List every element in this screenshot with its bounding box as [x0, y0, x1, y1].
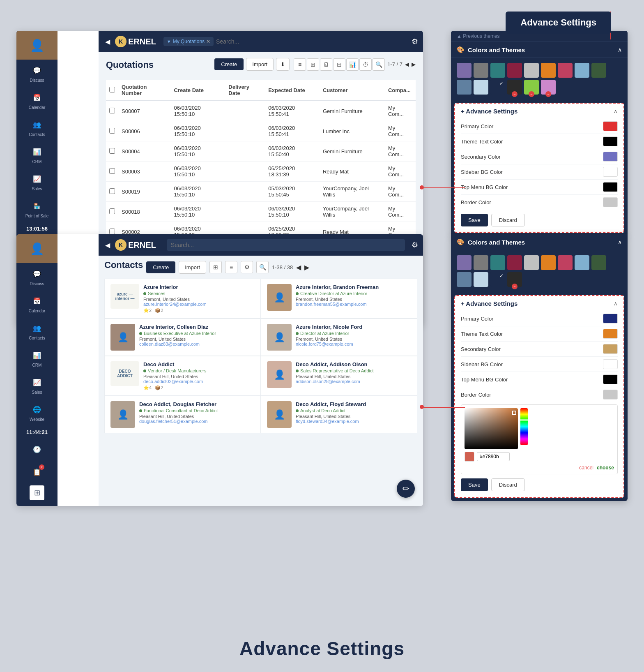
- contact-card[interactable]: DECO ADDICT Deco Addict Vendor / Desk Ma…: [104, 356, 261, 396]
- contact-email-1[interactable]: brandon.freeman55@example.com: [296, 302, 411, 307]
- zoom-button[interactable]: 🔍: [373, 58, 385, 71]
- sidebar2-website[interactable]: 🌐 Website: [16, 399, 58, 426]
- select-all-checkbox[interactable]: [109, 87, 115, 92]
- color-swatch-2-5[interactable]: [603, 390, 618, 400]
- row-checkbox-5[interactable]: [109, 208, 115, 214]
- swatch-1-5[interactable]: [541, 63, 556, 78]
- panel1-chevron[interactable]: ∧: [618, 46, 622, 53]
- sidebar2-reports[interactable]: 🕐: [16, 439, 58, 461]
- filter-icon[interactable]: ⚙: [412, 37, 418, 46]
- color-swatch-2-4[interactable]: [603, 374, 618, 384]
- quotation-num-2[interactable]: S00004: [118, 141, 171, 162]
- filter-icon-2[interactable]: ⚙: [412, 240, 418, 249]
- search-input-2[interactable]: [167, 239, 405, 251]
- adv-chevron-1[interactable]: ∧: [614, 108, 618, 114]
- contact-card[interactable]: 👤 Deco Addict, Addison Olson Sales Repre…: [261, 356, 417, 396]
- sidebar2-sales[interactable]: 📈 Sales: [16, 372, 58, 399]
- color-swatch-1-1[interactable]: [603, 136, 618, 146]
- nav-back[interactable]: ◀: [104, 38, 112, 46]
- swatch-1-9[interactable]: [457, 80, 472, 95]
- user-avatar-2[interactable]: 👤: [16, 234, 58, 263]
- swatch-1-10[interactable]: [474, 80, 488, 95]
- swatch-2-8[interactable]: [591, 255, 606, 270]
- contact-email-6[interactable]: douglas.fletcher51@example.com: [139, 419, 255, 424]
- swatch-remove-1-12[interactable]: −: [512, 91, 518, 97]
- swatch-1-8[interactable]: [591, 63, 606, 78]
- row-checkbox-3[interactable]: [109, 168, 115, 174]
- sidebar-item-contacts[interactable]: 👥 Contacts: [16, 114, 58, 141]
- grid-icon-2[interactable]: ⊞: [30, 485, 44, 500]
- sidebar-item-sales[interactable]: 📈 Sales: [16, 168, 58, 195]
- color-swatch-1-0[interactable]: [603, 121, 618, 131]
- import-button[interactable]: Import: [246, 58, 274, 71]
- swatch-1-2[interactable]: [490, 63, 505, 78]
- sidebar-item-pos[interactable]: 🏪 Point of Sale: [16, 195, 58, 222]
- swatch-1-7[interactable]: [575, 63, 589, 78]
- gantt-view[interactable]: ⏱: [359, 58, 372, 71]
- swatch-2-2[interactable]: [490, 255, 505, 270]
- filter-tag[interactable]: ▼ My Quotations ✕: [163, 37, 214, 46]
- save-button-2[interactable]: Save: [461, 478, 488, 491]
- swatch-2-0[interactable]: [457, 255, 472, 270]
- next-page-2[interactable]: ▶: [304, 263, 309, 271]
- swatch-remove-1-14[interactable]: −: [545, 91, 551, 97]
- color-swatch-2-2[interactable]: [603, 344, 618, 354]
- swatch-remove-1-13[interactable]: −: [529, 91, 534, 97]
- quotation-num-4[interactable]: S00019: [118, 182, 171, 202]
- contact-email-0[interactable]: azure.Interior24@example.com: [143, 302, 255, 307]
- swatch-2-1[interactable]: [474, 255, 488, 270]
- color-swatch-2-1[interactable]: [603, 329, 618, 339]
- table-row[interactable]: S00006 06/03/2020 15:50:10 06/03/2020 15…: [106, 121, 416, 141]
- sidebar-item-crm[interactable]: 📊 CRM: [16, 141, 58, 168]
- swatch-2-6[interactable]: [558, 255, 573, 270]
- kanban-view[interactable]: ⊞: [307, 58, 319, 71]
- swatch-2-11[interactable]: [490, 272, 505, 287]
- contact-card[interactable]: 👤 Azure Interior, Nicole Ford Director a…: [261, 319, 417, 356]
- discard-button-1[interactable]: Discard: [491, 214, 525, 226]
- hex-input[interactable]: [477, 452, 510, 461]
- swatch-remove-2-12[interactable]: −: [512, 284, 518, 289]
- sidebar-item-discuss[interactable]: 💬 Discuss: [16, 60, 58, 87]
- color-swatch-2-0[interactable]: [603, 314, 618, 323]
- cancel-button[interactable]: cancel: [579, 465, 593, 471]
- swatch-1-1[interactable]: [474, 63, 488, 78]
- swatch-2-3[interactable]: [507, 255, 522, 270]
- swatch-1-6[interactable]: [558, 63, 573, 78]
- table-row[interactable]: S00003 06/03/2020 15:50:10 06/25/2020 18…: [106, 162, 416, 182]
- sidebar2-crm[interactable]: 📊 CRM: [16, 344, 58, 372]
- contact-card[interactable]: azure — interior — Azure Interior Servic…: [104, 279, 261, 319]
- contact-email-5[interactable]: addison.olson28@example.com: [296, 379, 411, 384]
- swatch-1-4[interactable]: [524, 63, 539, 78]
- create-button[interactable]: Create: [214, 58, 244, 70]
- export-button[interactable]: ⬇: [276, 58, 290, 71]
- prev-page-2[interactable]: ◀: [296, 263, 301, 271]
- color-swatch-1-5[interactable]: [603, 197, 618, 207]
- list-view[interactable]: ≡: [294, 58, 306, 71]
- user-avatar[interactable]: 👤: [16, 31, 58, 60]
- quotation-num-5[interactable]: S00018: [118, 202, 171, 222]
- save-button-1[interactable]: Save: [461, 214, 488, 226]
- row-checkbox-6[interactable]: [109, 229, 115, 234]
- swatch-2-7[interactable]: [575, 255, 589, 270]
- swatch-2-9[interactable]: [457, 272, 472, 287]
- sidebar2-discuss[interactable]: 💬 Discuss: [16, 263, 58, 290]
- swatch-2-10[interactable]: [474, 272, 488, 287]
- contact-card[interactable]: 👤 Deco Addict, Floyd Steward Analyst at …: [261, 396, 417, 433]
- contact-card[interactable]: 👤 Deco Addict, Douglas Fletcher Function…: [104, 396, 261, 433]
- quotation-num-1[interactable]: S00006: [118, 121, 171, 141]
- discard-button-2[interactable]: Discard: [491, 478, 525, 491]
- sidebar2-calendar[interactable]: 📅 Calendar: [16, 290, 58, 317]
- search-input[interactable]: [216, 38, 408, 45]
- row-checkbox-4[interactable]: [109, 188, 115, 194]
- import-button-2[interactable]: Import: [179, 261, 206, 274]
- prev-page[interactable]: ◀: [405, 61, 409, 67]
- swatch-1-13[interactable]: −: [524, 80, 539, 95]
- sidebar2-contacts[interactable]: 👥 Contacts: [16, 317, 58, 344]
- choose-button[interactable]: choose: [597, 465, 614, 471]
- contact-email-7[interactable]: floyd.steward34@example.com: [296, 419, 411, 424]
- table-row[interactable]: S00018 06/03/2020 15:50:10 06/03/2020 15…: [106, 202, 416, 222]
- nav-back-2[interactable]: ◀: [104, 241, 112, 249]
- contact-email-4[interactable]: deco.addict02@example.com: [143, 379, 255, 384]
- contact-card[interactable]: 👤 Azure Interior, Colleen Diaz Business …: [104, 319, 261, 356]
- row-checkbox-0[interactable]: [109, 108, 115, 113]
